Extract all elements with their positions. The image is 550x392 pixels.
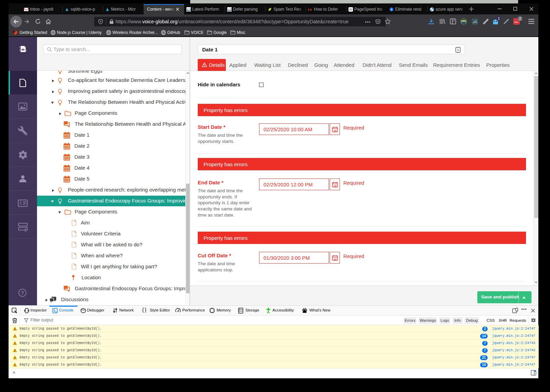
svg-text:GT: GT <box>228 8 232 11</box>
svg-text:?: ? <box>21 290 24 296</box>
svg-text:GT: GT <box>187 8 191 11</box>
svg-text:n: n <box>310 8 312 11</box>
svg-text:14: 14 <box>334 184 337 187</box>
svg-text:14: 14 <box>334 258 337 261</box>
svg-text:14: 14 <box>334 129 337 132</box>
svg-text:t: t <box>308 8 309 11</box>
